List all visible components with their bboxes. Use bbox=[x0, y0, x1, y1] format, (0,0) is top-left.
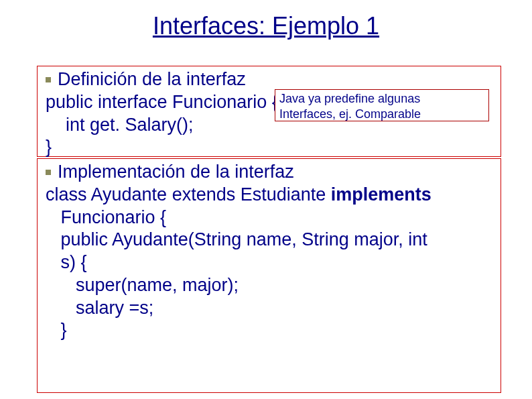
bullet-icon bbox=[46, 77, 51, 82]
block2-bullet-line: Implementación de la interfaz bbox=[46, 161, 515, 184]
block2-line2: class Ayudante extends Estudiante implem… bbox=[46, 184, 515, 207]
block2-content: Implementación de la interfaz class Ayud… bbox=[46, 161, 515, 342]
block1-bullet-text: Definición de la interfaz bbox=[58, 68, 246, 91]
block2-line4: public Ayudante(String name, String majo… bbox=[46, 229, 515, 251]
bullet-icon bbox=[46, 170, 51, 175]
block2-line2b-implements: implements bbox=[331, 184, 431, 205]
slide-title: Interfaces: Ejemplo 1 bbox=[0, 12, 532, 40]
block1-line4: } bbox=[46, 136, 501, 159]
note-line-2: Interfaces, ej. Comparable bbox=[279, 107, 484, 122]
block2-line8: } bbox=[46, 319, 515, 342]
note-box: Java ya predefine algunas Interfaces, ej… bbox=[275, 89, 489, 121]
slide: Interfaces: Ejemplo 1 Java ya predefine … bbox=[0, 12, 532, 399]
block2-line7: salary =s; bbox=[46, 297, 515, 320]
note-line-1: Java ya predefine algunas bbox=[279, 91, 484, 107]
block2-line6: super(name, major); bbox=[46, 274, 515, 297]
block2-line5: s) { bbox=[46, 251, 515, 274]
block1-bullet-line: Definición de la interfaz bbox=[46, 68, 501, 91]
block2-line3: Funcionario { bbox=[46, 207, 515, 229]
block2-bullet-text: Implementación de la interfaz bbox=[58, 161, 294, 184]
block2-line2a: class Ayudante extends Estudiante bbox=[46, 184, 331, 205]
